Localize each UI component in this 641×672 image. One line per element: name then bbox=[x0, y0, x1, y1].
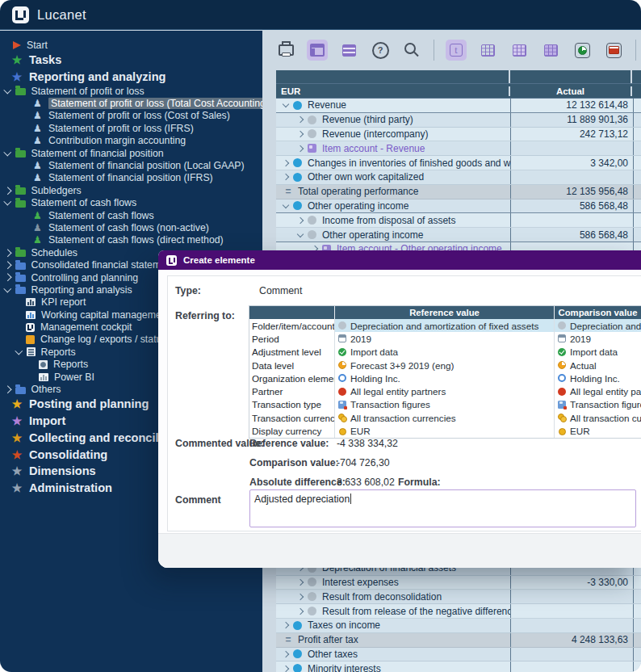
table-row[interactable]: Other operating income586 568,48 bbox=[276, 200, 641, 214]
sidebar-item-label: Statement of profit or loss bbox=[31, 86, 145, 97]
chevron-right-icon bbox=[4, 274, 11, 281]
comparison-value-cell: All legal entity partners bbox=[555, 384, 641, 397]
toolbar-printer-button[interactable] bbox=[275, 40, 296, 61]
sidebar-item-statement-of-financial-position[interactable]: Statement of financial position bbox=[0, 147, 262, 159]
sidebar-item-statement-of-financial-position-local-gaap[interactable]: ♟Statement of financial position (Local … bbox=[0, 159, 262, 171]
folder-icon bbox=[15, 150, 26, 158]
comparison-value: -704 726,30 bbox=[337, 457, 390, 468]
chevron-down-icon bbox=[4, 86, 11, 94]
table-row[interactable]: Item account - Revenue bbox=[276, 141, 641, 156]
reference-table-header: Reference value Comparison value bbox=[249, 306, 641, 319]
reference-table-row[interactable]: PartnerAll legal entity partnersAll lega… bbox=[249, 384, 641, 397]
table-row[interactable]: Result from release of the negative diff… bbox=[276, 604, 641, 619]
row-value: 11 889 901,36 bbox=[567, 114, 628, 125]
folder-icon bbox=[15, 387, 26, 394]
table-row[interactable]: Other operating income586 568,48 bbox=[276, 228, 641, 242]
table-row[interactable]: Income from disposal of assets bbox=[276, 213, 641, 228]
reference-value-text: Holding Inc. bbox=[350, 373, 400, 384]
toolbar-text-cell-button[interactable] bbox=[446, 40, 467, 61]
toolbar-card-button[interactable] bbox=[603, 40, 624, 61]
chevron-right-icon bbox=[283, 651, 289, 657]
comment-textarea[interactable]: Adjusted depreciation bbox=[249, 489, 636, 527]
reference-table-row[interactable]: Organization elementHolding Inc.Holding … bbox=[249, 372, 641, 384]
dialog-title-bar[interactable]: Create elemente bbox=[158, 250, 641, 270]
sidebar-item-tasks[interactable]: ★Tasks bbox=[0, 51, 262, 68]
sidebar-item-statement-of-cash-flows-non-active[interactable]: ♟Statement of cash flows (non-active) bbox=[0, 221, 262, 233]
sidebar-item-label: Reporting and analysis bbox=[31, 284, 132, 296]
reference-table-row[interactable]: Period20192019 bbox=[249, 332, 641, 345]
table-row[interactable]: Revenue12 132 614,48 bbox=[276, 99, 641, 113]
toolbar-help-button[interactable] bbox=[370, 40, 391, 61]
toolbar-search-button[interactable] bbox=[401, 40, 422, 61]
table-row[interactable]: Changes in inventories of finished goods… bbox=[276, 156, 641, 170]
star-icon: ★ bbox=[10, 398, 23, 410]
sidebar-item-label: Dimensions bbox=[29, 464, 96, 477]
table-row[interactable]: =Total operating performance12 135 956,4… bbox=[276, 185, 641, 200]
actual-column-header[interactable]: Actual bbox=[510, 86, 632, 96]
sidebar-item-statement-of-profit-or-loss-cost-of-sales[interactable]: ♟Statement of profit or loss (Cost of Sa… bbox=[0, 110, 262, 122]
sidebar-item-label: Import bbox=[29, 414, 65, 427]
comparison-value-cell: EUR bbox=[555, 424, 641, 437]
sidebar-item-reporting-and-analyzing[interactable]: ★Reporting and analyzing bbox=[0, 68, 262, 85]
table-row[interactable]: Minority interests bbox=[276, 662, 641, 672]
sidebar-item-start[interactable]: Start bbox=[0, 39, 262, 51]
toolbar-grid-filled-button[interactable] bbox=[509, 40, 530, 61]
reference-table-row[interactable]: Transaction typeTransaction figuresTrans… bbox=[249, 398, 641, 411]
sidebar-item-statement-of-cash-flows-direct-method[interactable]: ♟Statement of cash flows (direct method) bbox=[0, 234, 262, 246]
table-row[interactable]: Revenue (third party)11 889 901,36 bbox=[276, 113, 641, 128]
coin-icon bbox=[558, 427, 566, 435]
sidebar-item-label: Statement of financial position (IFRS) bbox=[48, 172, 213, 183]
reference-table-row[interactable]: Adjustment levelImport dataImport data bbox=[249, 346, 641, 359]
table-row[interactable]: Other own work capitalized bbox=[276, 170, 641, 185]
comparison-value-cell: Holding Inc. bbox=[555, 372, 641, 384]
sidebar-item-statement-of-cash-flows[interactable]: ♟Statement of cash flows bbox=[0, 209, 262, 221]
change-log-icon bbox=[26, 335, 35, 344]
table-row[interactable]: =Profit after tax4 248 133,63 bbox=[276, 633, 641, 648]
sidebar-item-contribution-margin-accounting[interactable]: ♟Contribution margin accounting bbox=[0, 135, 262, 147]
folder-icon bbox=[15, 88, 26, 95]
rows-layout-icon bbox=[342, 44, 356, 57]
pawn-icon: ♟ bbox=[32, 161, 43, 170]
table-row[interactable]: Interest expenses-3 330,00 bbox=[276, 576, 641, 590]
sidebar-item-statement-of-profit-or-loss[interactable]: Statement of profit or loss bbox=[0, 85, 262, 97]
toolbar-grid-dense-button[interactable] bbox=[540, 40, 561, 61]
ref-row-label: Display currency bbox=[249, 424, 335, 437]
sidebar-item-subledgers[interactable]: Subledgers bbox=[0, 184, 262, 196]
formula-label: Formula: bbox=[398, 477, 441, 488]
reference-table-row[interactable]: Data levelForecast 3+9 2019 (eng)Actual bbox=[249, 359, 641, 372]
text-caret bbox=[350, 494, 351, 504]
lucanet-dialog-logo-icon bbox=[166, 255, 177, 266]
reference-table-row[interactable]: Display currencyEUREUR bbox=[249, 424, 641, 437]
sidebar-item-label: Statement of profit or loss (Total Cost … bbox=[48, 98, 262, 109]
reference-table-row[interactable]: Folder/item/accountDepreciation and amor… bbox=[249, 319, 641, 332]
toolbar-grid-button[interactable] bbox=[477, 40, 498, 61]
toolbar-rows-layout-button[interactable] bbox=[338, 40, 359, 61]
absolute-difference-label: Absolute difference: bbox=[249, 477, 346, 488]
sidebar-item-label: Contribution margin accounting bbox=[48, 135, 186, 146]
chevron-down-icon bbox=[283, 202, 289, 208]
ref-row-label: Organization element bbox=[249, 372, 335, 384]
row-value: 12 135 956,48 bbox=[566, 186, 628, 197]
transaction-icon bbox=[338, 401, 346, 409]
currency-header[interactable]: EUR bbox=[276, 86, 510, 96]
toolbar-cube-button[interactable] bbox=[572, 40, 593, 61]
toolbar-panes-layout-button[interactable] bbox=[307, 40, 328, 61]
reference-value-cell: Forecast 3+9 2019 (eng) bbox=[335, 359, 555, 372]
sidebar-item-statement-of-profit-or-loss-total-cost-accounting[interactable]: ♟Statement of profit or loss (Total Cost… bbox=[0, 97, 262, 109]
sidebar-item-statement-of-cash-flows[interactable]: Statement of cash flows bbox=[0, 197, 262, 209]
chevron-right-icon bbox=[283, 159, 289, 166]
table-row[interactable]: Result from deconsolidation bbox=[276, 590, 641, 604]
reference-value-text: All transaction currencies bbox=[350, 413, 456, 423]
row-value: -3 330,00 bbox=[587, 577, 628, 588]
table-row[interactable]: Other taxes bbox=[276, 648, 641, 662]
sidebar-item-statement-of-profit-or-loss-ifrs[interactable]: ♟Statement of profit or loss (IFRS) bbox=[0, 122, 262, 134]
ring-blue-icon bbox=[558, 374, 566, 382]
sidebar-item-label: Statement of financial position bbox=[31, 148, 164, 159]
toolbar bbox=[262, 31, 641, 69]
reference-table-row[interactable]: Transaction currencyAll transaction curr… bbox=[249, 411, 641, 424]
dialog-footer bbox=[158, 533, 641, 568]
sidebar-item-statement-of-financial-position-ifrs[interactable]: ♟Statement of financial position (IFRS) bbox=[0, 172, 262, 184]
account-group-icon bbox=[293, 664, 302, 672]
table-row[interactable]: Revenue (intercompany)242 713,12 bbox=[276, 128, 641, 142]
table-row[interactable]: Taxes on income bbox=[276, 619, 641, 633]
